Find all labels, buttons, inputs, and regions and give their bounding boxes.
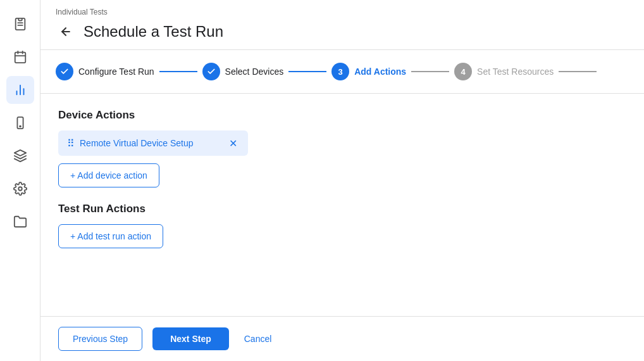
drag-icon[interactable]: ⠿ bbox=[67, 137, 75, 149]
device-action-chip: ⠿ Remote Virtual Device Setup ✕ bbox=[58, 130, 248, 156]
sidebar-item-folder[interactable] bbox=[6, 208, 34, 236]
header: Individual Tests Schedule a Test Run bbox=[40, 0, 644, 50]
device-actions-title: Device Actions bbox=[58, 109, 626, 122]
step-1-circle bbox=[56, 63, 73, 80]
step-configure: Configure Test Run bbox=[56, 63, 154, 80]
sidebar-item-layers[interactable] bbox=[6, 142, 34, 170]
footer: Previous Step Next Step Cancel bbox=[40, 316, 644, 361]
cancel-button[interactable]: Cancel bbox=[239, 327, 277, 350]
device-action-label: Remote Virtual Device Setup bbox=[80, 138, 221, 148]
step-4-label: Set Test Resources bbox=[477, 66, 554, 77]
next-step-button[interactable]: Next Step bbox=[152, 327, 229, 350]
remove-device-action-button[interactable]: ✕ bbox=[226, 137, 239, 149]
svg-point-13 bbox=[18, 187, 22, 191]
back-button[interactable] bbox=[56, 22, 76, 42]
svg-marker-12 bbox=[14, 150, 25, 156]
step-3-circle: 3 bbox=[331, 63, 349, 80]
step-1-label: Configure Test Run bbox=[78, 66, 154, 77]
step-add-actions: 3 Add Actions bbox=[331, 63, 406, 80]
svg-rect-0 bbox=[18, 18, 22, 21]
step-4-circle: 4 bbox=[454, 63, 472, 80]
add-device-action-button[interactable]: + Add device action bbox=[58, 163, 159, 187]
sidebar-item-settings[interactable] bbox=[6, 175, 34, 203]
step-divider-4 bbox=[559, 71, 597, 72]
svg-rect-3 bbox=[15, 53, 25, 63]
step-3-label: Add Actions bbox=[354, 66, 406, 77]
svg-point-11 bbox=[20, 126, 21, 127]
sidebar-item-clipboard[interactable] bbox=[6, 10, 34, 38]
steps-bar: Configure Test Run Select Devices 3 Add … bbox=[40, 50, 644, 94]
sidebar-item-phone[interactable] bbox=[6, 109, 34, 137]
add-test-run-action-button[interactable]: + Add test run action bbox=[58, 224, 163, 248]
step-divider-1 bbox=[159, 71, 197, 72]
step-divider-3 bbox=[411, 71, 449, 72]
test-run-actions-title: Test Run Actions bbox=[58, 203, 626, 215]
content-area: Device Actions ⠿ Remote Virtual Device S… bbox=[40, 94, 644, 316]
breadcrumb: Individual Tests bbox=[56, 8, 629, 16]
step-set-resources: 4 Set Test Resources bbox=[454, 63, 554, 80]
sidebar-item-calendar[interactable] bbox=[6, 43, 34, 71]
main-content: Individual Tests Schedule a Test Run Con… bbox=[40, 0, 644, 361]
sidebar-item-chart[interactable] bbox=[6, 76, 34, 104]
step-divider-2 bbox=[288, 71, 326, 72]
step-2-circle bbox=[202, 63, 220, 80]
page-title: Schedule a Test Run bbox=[84, 23, 223, 41]
sidebar bbox=[0, 0, 40, 361]
step-select-devices: Select Devices bbox=[202, 63, 284, 80]
previous-step-button[interactable]: Previous Step bbox=[58, 327, 142, 351]
step-2-label: Select Devices bbox=[225, 66, 284, 77]
